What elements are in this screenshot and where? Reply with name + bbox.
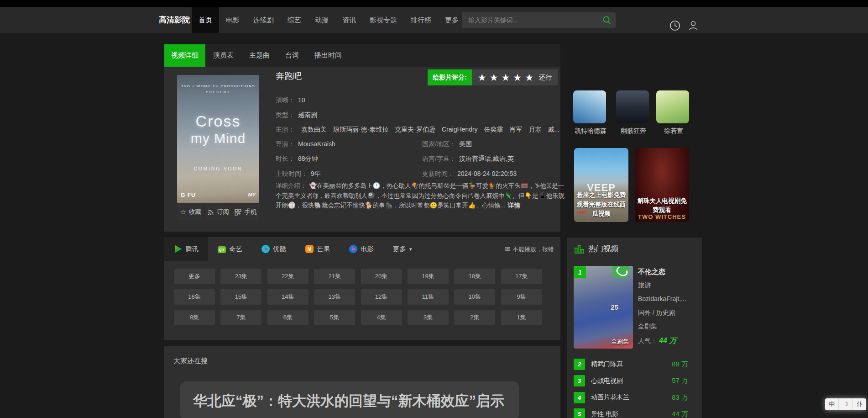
nav-item[interactable]: 首页 bbox=[192, 7, 219, 33]
ime-toolbar-button[interactable]: 仆 bbox=[852, 398, 866, 410]
director-link[interactable]: MousaKraish bbox=[298, 140, 335, 148]
detail-tab[interactable]: 主题曲 bbox=[241, 44, 277, 67]
thumb-label[interactable]: 幽骸狂奔 bbox=[616, 127, 651, 135]
thumb-tag: 全剧集 bbox=[611, 338, 629, 346]
nav-item[interactable]: 排行榜 bbox=[404, 7, 438, 33]
genre-link[interactable]: 越南剧 bbox=[298, 111, 317, 118]
search-icon[interactable] bbox=[602, 16, 612, 25]
episode-button[interactable]: 10集 bbox=[454, 289, 495, 305]
star-icon[interactable]: ★ bbox=[490, 73, 498, 82]
episode-button[interactable]: 21集 bbox=[314, 269, 355, 284]
related-search-card[interactable]: 华北应“极”：特大洪水的回望与“新木桶效应”启示 bbox=[180, 381, 519, 418]
nav-item[interactable]: 影视专题 bbox=[363, 7, 404, 33]
main-nav: 首页 电影 连续剧 综艺 动漫 资讯 影视专题 排行榜 更多 ∨ bbox=[192, 7, 472, 33]
report-error-link[interactable]: ✉不能播放，报错 bbox=[505, 237, 554, 261]
nav-item[interactable]: 动漫 bbox=[308, 7, 335, 33]
episode-button[interactable]: 7集 bbox=[220, 310, 261, 325]
episode-button[interactable]: 5集 bbox=[314, 310, 355, 325]
mobile-qr-button[interactable]: 手机 bbox=[232, 204, 259, 220]
nav-item[interactable]: 电影 bbox=[219, 7, 246, 33]
episode-button[interactable]: 18集 bbox=[454, 269, 495, 284]
episode-button[interactable]: 11集 bbox=[408, 289, 449, 305]
cast-link[interactable]: 琼斯玛丽·德·泰维拉 bbox=[333, 126, 388, 133]
rating-widget: 给影片评分: ★★★★★ 还行 bbox=[428, 69, 558, 85]
detail-tab[interactable]: 视频详细 bbox=[164, 44, 205, 67]
episode-button[interactable]: 2集 bbox=[454, 310, 495, 325]
subscribe-button[interactable]: 订阅 bbox=[204, 204, 231, 220]
episode-button[interactable]: 1集 bbox=[501, 310, 542, 325]
details-link[interactable]: 详情 bbox=[508, 202, 520, 209]
episode-button[interactable]: 22集 bbox=[267, 269, 309, 284]
site-logo[interactable]: 高清影院 bbox=[159, 7, 190, 33]
nav-item[interactable]: 综艺 bbox=[281, 7, 308, 33]
source-tab[interactable]: 优酷 bbox=[252, 237, 296, 261]
movie-poster[interactable]: TVB + WONG FU PRODUCTIONS PRESENT Cross … bbox=[177, 75, 259, 203]
source-tab[interactable]: 腾讯 bbox=[164, 237, 208, 261]
episode-button[interactable]: 14集 bbox=[267, 289, 309, 305]
user-icon[interactable] bbox=[687, 20, 699, 32]
thumb-image[interactable] bbox=[573, 90, 606, 123]
detail-tab[interactable]: 播出时间 bbox=[307, 44, 350, 67]
hot-video-item[interactable]: 4 动画片花木兰 83 万 bbox=[574, 389, 688, 406]
cast-link[interactable]: 月寒 bbox=[529, 126, 542, 133]
cast-link[interactable]: CraigHendry bbox=[442, 126, 478, 133]
thumb-label[interactable]: 凯特哈德森 bbox=[573, 127, 608, 135]
episode-button[interactable]: 20集 bbox=[361, 269, 402, 284]
movie-info: 奔跑吧 给影片评分: ★★★★★ 还行 清晰：10 类型：越南剧 主演：嘉数由美… bbox=[276, 67, 558, 232]
star-icon[interactable]: ★ bbox=[478, 73, 486, 82]
episode-button[interactable]: 4集 bbox=[361, 310, 402, 325]
thumb-image[interactable] bbox=[616, 90, 649, 123]
featured-cast: BozidarkaFrajt,... bbox=[638, 295, 686, 302]
ad-poster[interactable]: VEEP HBO 悬崖之上电影免费观看完整版在线西瓜视频 bbox=[574, 148, 628, 222]
nav-item[interactable]: 资讯 bbox=[335, 7, 363, 33]
cast-link[interactable]: 嘉数由美 bbox=[301, 126, 327, 133]
nav-item-label: 连续剧 bbox=[253, 16, 274, 25]
episode-button[interactable]: 6集 bbox=[267, 310, 309, 325]
source-tab[interactable]: QIY 奇艺 bbox=[208, 237, 252, 261]
thumb-label[interactable]: 徐若宣 bbox=[656, 127, 691, 135]
hot-video-item[interactable]: 2 精武门陈真 89 万 bbox=[574, 356, 688, 373]
star-icon[interactable]: ★ bbox=[502, 73, 510, 82]
episode-button[interactable]: 19集 bbox=[408, 269, 449, 284]
episode-button[interactable]: 更多 bbox=[174, 269, 215, 284]
source-tab[interactable]: 更多 ▾ bbox=[383, 237, 422, 261]
detail-tab[interactable]: 台词 bbox=[277, 44, 307, 67]
cast-link[interactable]: 戚... bbox=[548, 126, 560, 133]
hot-item-title: 心战电视剧 bbox=[591, 377, 623, 385]
episode-button[interactable]: 9集 bbox=[501, 289, 542, 305]
star-icon[interactable]: ★ bbox=[525, 73, 533, 82]
source-icon: M bbox=[305, 245, 314, 253]
region-link[interactable]: 美国 bbox=[459, 140, 472, 148]
star-icon[interactable]: ★ bbox=[513, 73, 522, 82]
hot-video-item[interactable]: 5 异性 电影 44 万 bbox=[574, 406, 688, 418]
favorite-button[interactable]: ☆ 收藏 bbox=[177, 204, 204, 220]
featured-title[interactable]: 不伦之恋 bbox=[638, 268, 665, 276]
episode-button[interactable]: 23集 bbox=[220, 269, 261, 284]
star-icon: ☆ bbox=[180, 208, 186, 216]
featured-video-thumb[interactable]: 1 25 全剧集 bbox=[574, 266, 633, 349]
ime-toolbar-button[interactable]: ☽ bbox=[838, 398, 852, 410]
episode-button[interactable]: 13集 bbox=[314, 289, 355, 305]
episode-button[interactable]: 16集 bbox=[174, 289, 215, 305]
episode-button[interactable]: 3集 bbox=[408, 310, 449, 325]
cast-link[interactable]: 肖军 bbox=[510, 126, 523, 133]
clarity-row: 清晰：10 bbox=[276, 96, 305, 105]
envelope-icon: ✉ bbox=[505, 245, 510, 253]
search-input[interactable] bbox=[462, 12, 616, 28]
ime-toolbar-button[interactable]: 中 bbox=[825, 398, 838, 410]
source-tab[interactable]: 电影 bbox=[340, 237, 383, 261]
source-tab[interactable]: M 芒果 bbox=[296, 237, 340, 261]
cast-link[interactable]: 克里夫·罗伯逊 bbox=[395, 126, 435, 133]
nav-item[interactable]: 连续剧 bbox=[246, 7, 281, 33]
hot-video-item[interactable]: 3 心战电视剧 57 万 bbox=[574, 373, 688, 390]
related-search-title: 大家还在搜 bbox=[173, 357, 208, 365]
detail-tab[interactable]: 演员表 bbox=[205, 44, 241, 67]
thumb-image[interactable] bbox=[656, 90, 689, 123]
episode-button[interactable]: 15集 bbox=[220, 289, 261, 305]
episode-button[interactable]: 17集 bbox=[501, 269, 542, 284]
cast-link[interactable]: 任奕霏 bbox=[484, 126, 503, 133]
ad-poster[interactable]: TWO WITCHES 斛珠夫人电视剧免费观看 bbox=[635, 148, 689, 222]
history-icon[interactable] bbox=[669, 20, 681, 32]
episode-button[interactable]: 12集 bbox=[361, 289, 402, 305]
episode-button[interactable]: 8集 bbox=[174, 310, 215, 325]
